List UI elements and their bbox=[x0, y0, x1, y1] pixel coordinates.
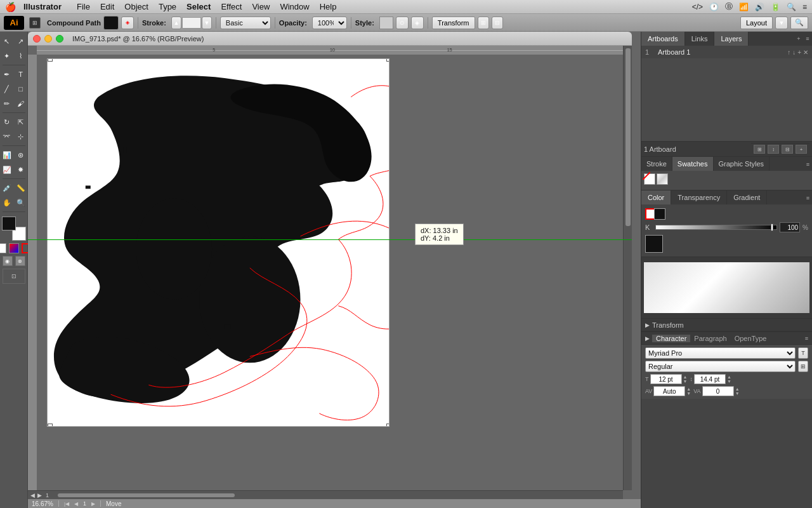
artboard-canvas[interactable]: dX: 13.33 in dY: 4.2 in 5 10 15 bbox=[28, 46, 632, 499]
panel-menu-btn[interactable]: ≡ bbox=[803, 34, 812, 43]
hand-tool[interactable]: ✋ bbox=[0, 196, 14, 210]
spotlight-icon[interactable]: 🔍 bbox=[787, 3, 796, 11]
style-preview[interactable] bbox=[379, 17, 393, 29]
char-menu-btn[interactable]: ≡ bbox=[805, 335, 808, 342]
k-slider[interactable] bbox=[655, 225, 777, 230]
graph-tool[interactable]: 📊 bbox=[0, 148, 14, 162]
style-btn[interactable]: ⊙ bbox=[396, 17, 409, 29]
k-value-input[interactable] bbox=[780, 222, 800, 232]
kerning-input[interactable] bbox=[653, 386, 685, 396]
font-size-input[interactable] bbox=[650, 374, 682, 384]
tab-opentype[interactable]: OpenType bbox=[731, 335, 771, 342]
tab-character[interactable]: Character bbox=[652, 335, 690, 342]
layout-dropdown-btn[interactable]: ▼ bbox=[775, 17, 788, 29]
fill-color-swatch[interactable] bbox=[103, 16, 119, 30]
stroke-increase-btn[interactable]: ▼ bbox=[202, 17, 212, 29]
color-fill-swatch[interactable] bbox=[654, 208, 665, 220]
shape-tool[interactable]: □ bbox=[14, 82, 28, 96]
pencil-tool[interactable]: ✏ bbox=[0, 97, 14, 110]
tab-gradient[interactable]: Gradient bbox=[727, 190, 767, 204]
menu-select[interactable]: Select bbox=[181, 0, 216, 14]
type-tool[interactable]: T bbox=[14, 67, 28, 81]
stroke-weight-input[interactable] bbox=[182, 17, 201, 29]
search-bar[interactable]: 🔍 bbox=[790, 17, 808, 29]
menu-edit[interactable]: Edit bbox=[95, 0, 119, 14]
selection-tool[interactable]: ↖ bbox=[0, 34, 14, 48]
workspace-icon[interactable]: ⊞ bbox=[29, 17, 41, 29]
pen-tool[interactable]: ✒ bbox=[0, 67, 14, 81]
apple-menu[interactable]: 🍎 bbox=[5, 2, 16, 12]
artboard-up-btn[interactable]: ↑ bbox=[787, 49, 790, 56]
magic-wand-tool[interactable]: ✦ bbox=[0, 49, 14, 63]
transform-header[interactable]: ▶ Transform bbox=[641, 319, 812, 331]
rotate-tool[interactable]: ↻ bbox=[0, 115, 14, 129]
opacity-select[interactable]: 100% bbox=[312, 17, 347, 29]
tab-transparency[interactable]: Transparency bbox=[671, 190, 727, 204]
vertical-scrollbar[interactable] bbox=[623, 46, 632, 490]
k-slider-thumb[interactable] bbox=[771, 224, 773, 231]
minimize-btn[interactable] bbox=[44, 35, 52, 43]
font-style-btn[interactable]: ⊞ bbox=[798, 361, 808, 372]
swatch-gradient[interactable] bbox=[657, 173, 668, 185]
handle-tr[interactable] bbox=[386, 58, 390, 62]
font-family-select[interactable]: Myriad Pro bbox=[645, 347, 796, 359]
menu-window[interactable]: Window bbox=[275, 0, 314, 14]
style-options-btn[interactable]: ◈ bbox=[411, 17, 424, 29]
warp-tool[interactable]: ⌤ bbox=[0, 130, 14, 144]
tab-color[interactable]: Color bbox=[641, 190, 671, 204]
handle-tm[interactable] bbox=[48, 58, 53, 62]
transform-more-btn[interactable]: ⊟ bbox=[492, 17, 503, 29]
symbol-tool[interactable]: ⊛ bbox=[14, 148, 28, 162]
hscroll-thumb[interactable] bbox=[58, 493, 235, 497]
swatches-menu-btn[interactable]: ≡ bbox=[804, 160, 812, 168]
artboard-nav-btn[interactable]: ↕ bbox=[768, 145, 779, 154]
foreground-color[interactable] bbox=[2, 217, 16, 231]
close-btn[interactable] bbox=[33, 35, 41, 43]
transform-extra-btn[interactable]: ⊞ bbox=[478, 17, 489, 29]
eyedropper-tool[interactable]: 💉 bbox=[0, 181, 14, 195]
vscroll-thumb[interactable] bbox=[625, 48, 631, 226]
leading-input[interactable] bbox=[694, 374, 726, 384]
prev-frame-btn[interactable]: ◀ bbox=[74, 501, 78, 507]
artboard-new-btn[interactable]: + bbox=[797, 49, 801, 56]
tracking-stepper[interactable]: ▲ ▼ bbox=[735, 387, 740, 396]
tab-paragraph[interactable]: Paragraph bbox=[690, 335, 730, 342]
stroke-decrease-btn[interactable]: ▲ bbox=[171, 17, 181, 29]
color-mode-btn[interactable]: ◉ bbox=[3, 256, 13, 266]
tab-stroke[interactable]: Stroke bbox=[641, 157, 672, 171]
menu-extras-icon[interactable]: ≡ bbox=[802, 3, 807, 11]
kerning-stepper[interactable]: ▲ ▼ bbox=[686, 387, 691, 396]
color-menu-btn[interactable]: ≡ bbox=[804, 194, 812, 201]
free-transform-tool[interactable]: ⊹ bbox=[14, 130, 28, 144]
fill-options-btn[interactable]: ◈ bbox=[121, 17, 134, 29]
color-big-swatch[interactable] bbox=[645, 235, 663, 253]
color-none-btn[interactable] bbox=[0, 243, 6, 253]
layout-btn[interactable]: Layout bbox=[740, 17, 773, 29]
artboard-arrange-btn[interactable]: ⊞ bbox=[754, 145, 765, 154]
font-style-select[interactable]: Regular bbox=[645, 361, 796, 372]
artboard-add2-btn[interactable]: + bbox=[796, 145, 807, 154]
next-page-btn[interactable]: ▶ bbox=[37, 492, 42, 498]
transform-btn[interactable]: Transform bbox=[432, 17, 475, 29]
font-size-stepper[interactable]: ▲ ▼ bbox=[683, 375, 688, 384]
artboard-delete-btn[interactable]: ✕ bbox=[803, 49, 808, 56]
swatch-none[interactable] bbox=[644, 173, 655, 185]
next-frame-btn[interactable]: ▶ bbox=[91, 501, 95, 507]
chart-tool[interactable]: 📈 bbox=[0, 163, 14, 177]
brush-tool[interactable]: 🖌 bbox=[14, 97, 28, 110]
maximize-btn[interactable] bbox=[56, 35, 63, 43]
stroke-style-select[interactable]: Basic bbox=[220, 17, 271, 29]
leading-stepper[interactable]: ▲ ▼ bbox=[727, 375, 731, 384]
color-group-btn[interactable]: ⊗ bbox=[15, 256, 25, 266]
artboard-tool-btn[interactable]: ⊡ bbox=[3, 269, 25, 284]
tab-graphic-styles[interactable]: Graphic Styles bbox=[714, 157, 770, 171]
gradient-btn[interactable] bbox=[9, 243, 19, 253]
prev-page-btn[interactable]: ◀ bbox=[30, 492, 35, 498]
panel-add-btn[interactable]: + bbox=[794, 34, 803, 43]
direct-selection-tool[interactable]: ↗ bbox=[14, 34, 28, 48]
tab-artboards[interactable]: Artboards bbox=[641, 32, 685, 46]
tab-links[interactable]: Links bbox=[685, 32, 715, 46]
first-page-btn[interactable]: |◀ bbox=[64, 501, 69, 507]
menu-view[interactable]: View bbox=[247, 0, 275, 14]
zoom-tool[interactable]: 🔍 bbox=[14, 196, 28, 210]
